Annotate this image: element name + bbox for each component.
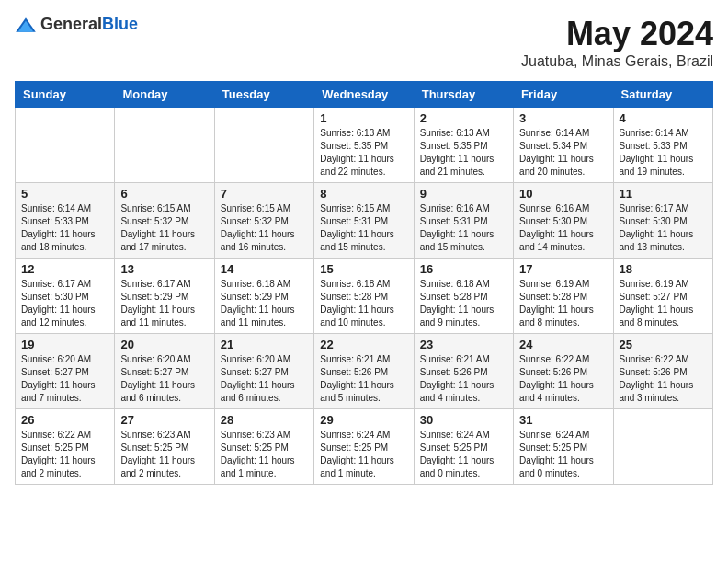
logo-blue-text: Blue xyxy=(102,15,138,33)
logo-icon xyxy=(15,16,37,34)
day-number: 20 xyxy=(120,338,208,351)
day-header-sunday: Sunday xyxy=(16,82,115,108)
day-info: Sunrise: 6:16 AM Sunset: 5:30 PM Dayligh… xyxy=(519,202,607,254)
day-info: Sunrise: 6:20 AM Sunset: 5:27 PM Dayligh… xyxy=(120,353,208,405)
calendar-cell: 9Sunrise: 6:16 AM Sunset: 5:31 PM Daylig… xyxy=(414,183,513,259)
day-number: 4 xyxy=(620,111,707,125)
day-number: 6 xyxy=(120,187,208,201)
day-number: 26 xyxy=(21,413,108,427)
day-header-saturday: Saturday xyxy=(613,82,712,108)
day-info: Sunrise: 6:16 AM Sunset: 5:31 PM Dayligh… xyxy=(420,202,507,254)
calendar-cell: 19Sunrise: 6:20 AM Sunset: 5:27 PM Dayli… xyxy=(16,334,115,409)
day-info: Sunrise: 6:15 AM Sunset: 5:31 PM Dayligh… xyxy=(320,202,407,254)
day-number: 31 xyxy=(519,413,607,427)
calendar-cell: 5Sunrise: 6:14 AM Sunset: 5:33 PM Daylig… xyxy=(16,183,115,259)
calendar-cell xyxy=(16,108,115,183)
calendar-week-row: 1Sunrise: 6:13 AM Sunset: 5:35 PM Daylig… xyxy=(16,108,713,183)
day-number: 17 xyxy=(519,262,607,276)
day-info: Sunrise: 6:17 AM Sunset: 5:30 PM Dayligh… xyxy=(21,278,108,329)
day-info: Sunrise: 6:20 AM Sunset: 5:27 PM Dayligh… xyxy=(21,353,108,405)
day-number: 28 xyxy=(221,413,308,427)
calendar-cell: 4Sunrise: 6:14 AM Sunset: 5:33 PM Daylig… xyxy=(613,108,712,183)
day-number: 15 xyxy=(320,262,407,276)
calendar-cell: 8Sunrise: 6:15 AM Sunset: 5:31 PM Daylig… xyxy=(314,183,414,259)
day-number: 8 xyxy=(320,187,407,201)
calendar-body: 1Sunrise: 6:13 AM Sunset: 5:35 PM Daylig… xyxy=(16,108,713,485)
calendar-cell: 6Sunrise: 6:15 AM Sunset: 5:32 PM Daylig… xyxy=(115,183,214,259)
day-info: Sunrise: 6:22 AM Sunset: 5:26 PM Dayligh… xyxy=(519,353,607,405)
day-number: 14 xyxy=(221,262,308,276)
calendar-cell: 3Sunrise: 6:14 AM Sunset: 5:34 PM Daylig… xyxy=(514,108,613,183)
day-info: Sunrise: 6:18 AM Sunset: 5:28 PM Dayligh… xyxy=(320,278,407,329)
day-number: 2 xyxy=(420,111,507,125)
day-info: Sunrise: 6:24 AM Sunset: 5:25 PM Dayligh… xyxy=(320,429,407,480)
day-info: Sunrise: 6:19 AM Sunset: 5:27 PM Dayligh… xyxy=(620,278,707,329)
day-number: 12 xyxy=(21,262,108,276)
day-number: 30 xyxy=(420,413,507,427)
day-number: 29 xyxy=(320,413,407,427)
day-number: 1 xyxy=(320,111,407,125)
day-info: Sunrise: 6:22 AM Sunset: 5:26 PM Dayligh… xyxy=(620,353,707,405)
calendar-cell: 28Sunrise: 6:23 AM Sunset: 5:25 PM Dayli… xyxy=(214,409,313,485)
subtitle: Juatuba, Minas Gerais, Brazil xyxy=(521,53,713,70)
calendar-cell: 13Sunrise: 6:17 AM Sunset: 5:29 PM Dayli… xyxy=(115,259,214,334)
day-info: Sunrise: 6:21 AM Sunset: 5:26 PM Dayligh… xyxy=(420,353,507,405)
day-number: 22 xyxy=(320,338,407,351)
calendar-cell: 17Sunrise: 6:19 AM Sunset: 5:28 PM Dayli… xyxy=(514,259,613,334)
day-number: 21 xyxy=(221,338,308,351)
calendar-cell: 25Sunrise: 6:22 AM Sunset: 5:26 PM Dayli… xyxy=(613,334,712,409)
calendar-cell: 27Sunrise: 6:23 AM Sunset: 5:25 PM Dayli… xyxy=(115,409,214,485)
day-header-tuesday: Tuesday xyxy=(214,82,313,108)
day-number: 24 xyxy=(519,338,607,351)
day-info: Sunrise: 6:18 AM Sunset: 5:28 PM Dayligh… xyxy=(420,278,507,329)
calendar-cell: 12Sunrise: 6:17 AM Sunset: 5:30 PM Dayli… xyxy=(16,259,115,334)
calendar-cell: 15Sunrise: 6:18 AM Sunset: 5:28 PM Dayli… xyxy=(314,259,414,334)
calendar-cell: 11Sunrise: 6:17 AM Sunset: 5:30 PM Dayli… xyxy=(613,183,712,259)
day-info: Sunrise: 6:23 AM Sunset: 5:25 PM Dayligh… xyxy=(221,429,308,480)
calendar-week-row: 19Sunrise: 6:20 AM Sunset: 5:27 PM Dayli… xyxy=(16,334,713,409)
main-title: May 2024 xyxy=(521,15,713,53)
day-info: Sunrise: 6:14 AM Sunset: 5:33 PM Dayligh… xyxy=(620,127,707,178)
day-info: Sunrise: 6:15 AM Sunset: 5:32 PM Dayligh… xyxy=(120,202,208,254)
calendar-cell: 30Sunrise: 6:24 AM Sunset: 5:25 PM Dayli… xyxy=(414,409,513,485)
calendar-header: SundayMondayTuesdayWednesdayThursdayFrid… xyxy=(16,82,713,108)
calendar-cell: 31Sunrise: 6:24 AM Sunset: 5:25 PM Dayli… xyxy=(514,409,613,485)
day-number: 19 xyxy=(21,338,108,351)
logo: GeneralBlue xyxy=(15,15,138,34)
day-header-friday: Friday xyxy=(514,82,613,108)
calendar-cell xyxy=(115,108,214,183)
calendar-cell: 16Sunrise: 6:18 AM Sunset: 5:28 PM Dayli… xyxy=(414,259,513,334)
day-info: Sunrise: 6:14 AM Sunset: 5:34 PM Dayligh… xyxy=(519,127,607,178)
calendar-cell: 1Sunrise: 6:13 AM Sunset: 5:35 PM Daylig… xyxy=(314,108,414,183)
calendar-cell: 20Sunrise: 6:20 AM Sunset: 5:27 PM Dayli… xyxy=(115,334,214,409)
calendar-table: SundayMondayTuesdayWednesdayThursdayFrid… xyxy=(15,81,713,485)
calendar-cell: 21Sunrise: 6:20 AM Sunset: 5:27 PM Dayli… xyxy=(214,334,313,409)
title-block: May 2024 Juatuba, Minas Gerais, Brazil xyxy=(521,15,713,70)
day-number: 16 xyxy=(420,262,507,276)
day-number: 23 xyxy=(420,338,507,351)
day-info: Sunrise: 6:20 AM Sunset: 5:27 PM Dayligh… xyxy=(221,353,308,405)
page-header: GeneralBlue May 2024 Juatuba, Minas Gera… xyxy=(15,15,713,70)
calendar-cell xyxy=(214,108,313,183)
day-number: 5 xyxy=(21,187,108,201)
day-info: Sunrise: 6:15 AM Sunset: 5:32 PM Dayligh… xyxy=(221,202,308,254)
day-header-monday: Monday xyxy=(115,82,214,108)
day-info: Sunrise: 6:24 AM Sunset: 5:25 PM Dayligh… xyxy=(519,429,607,480)
calendar-cell: 7Sunrise: 6:15 AM Sunset: 5:32 PM Daylig… xyxy=(214,183,313,259)
day-number: 18 xyxy=(620,262,707,276)
day-info: Sunrise: 6:21 AM Sunset: 5:26 PM Dayligh… xyxy=(320,353,407,405)
day-header-thursday: Thursday xyxy=(414,82,513,108)
day-info: Sunrise: 6:18 AM Sunset: 5:29 PM Dayligh… xyxy=(221,278,308,329)
day-number: 25 xyxy=(620,338,707,351)
calendar-cell: 29Sunrise: 6:24 AM Sunset: 5:25 PM Dayli… xyxy=(314,409,414,485)
day-info: Sunrise: 6:14 AM Sunset: 5:33 PM Dayligh… xyxy=(21,202,108,254)
calendar-cell: 2Sunrise: 6:13 AM Sunset: 5:35 PM Daylig… xyxy=(414,108,513,183)
day-number: 27 xyxy=(120,413,208,427)
day-number: 3 xyxy=(519,111,607,125)
day-info: Sunrise: 6:17 AM Sunset: 5:30 PM Dayligh… xyxy=(620,202,707,254)
day-number: 9 xyxy=(420,187,507,201)
day-info: Sunrise: 6:13 AM Sunset: 5:35 PM Dayligh… xyxy=(420,127,507,178)
day-number: 11 xyxy=(620,187,707,201)
calendar-cell: 14Sunrise: 6:18 AM Sunset: 5:29 PM Dayli… xyxy=(214,259,313,334)
calendar-cell: 18Sunrise: 6:19 AM Sunset: 5:27 PM Dayli… xyxy=(613,259,712,334)
